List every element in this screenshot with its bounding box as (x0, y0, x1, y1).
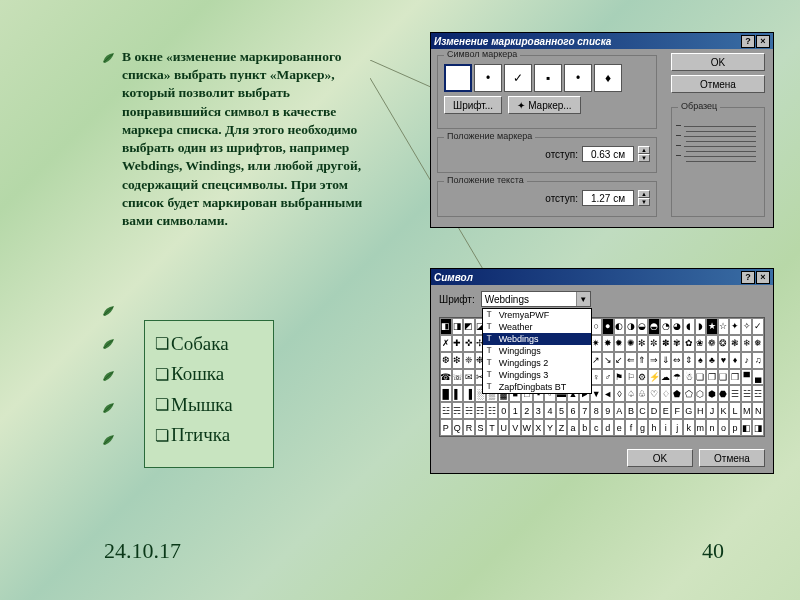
symbol-cell[interactable]: D (648, 402, 660, 419)
marker-option[interactable]: • (564, 64, 592, 92)
help-icon[interactable]: ? (741, 271, 755, 284)
symbol-cell[interactable]: ❒ (729, 369, 741, 386)
symbol-cell[interactable]: ☁ (660, 369, 672, 386)
symbol-cell[interactable]: ♧ (637, 385, 649, 402)
symbol-cell[interactable]: ✓ (752, 318, 764, 335)
marker-option[interactable]: ▪ (534, 64, 562, 92)
symbol-cell[interactable]: ⚑ (614, 369, 626, 386)
symbol-cell[interactable]: g (637, 419, 649, 436)
symbol-cell[interactable]: ⬣ (718, 385, 730, 402)
symbol-cell[interactable]: Q (452, 419, 464, 436)
symbol-cell[interactable]: 9 (602, 402, 614, 419)
symbol-cell[interactable]: ☰ (729, 385, 741, 402)
symbol-cell[interactable]: ❀ (695, 335, 707, 352)
marker-option[interactable]: ♦ (594, 64, 622, 92)
symbol-cell[interactable]: P (440, 419, 452, 436)
ok-button[interactable]: OK (627, 449, 693, 467)
symbol-cell[interactable]: ✿ (683, 335, 695, 352)
symbol-cell[interactable]: ▌ (452, 385, 464, 402)
symbol-cell[interactable]: ✹ (614, 335, 626, 352)
spinner-down-icon[interactable]: ▼ (638, 198, 650, 206)
symbol-cell[interactable]: ◑ (625, 318, 637, 335)
symbol-cell[interactable]: ⬡ (695, 385, 707, 402)
symbol-cell[interactable]: █ (440, 385, 452, 402)
symbol-cell[interactable]: B (625, 402, 637, 419)
symbol-cell[interactable]: a (567, 419, 579, 436)
symbol-cell[interactable]: 8 (590, 402, 602, 419)
symbol-cell[interactable]: ❐ (706, 369, 718, 386)
symbol-cell[interactable]: ♤ (625, 385, 637, 402)
symbol-cell[interactable]: j (671, 419, 683, 436)
chevron-down-icon[interactable]: ▼ (576, 292, 590, 306)
symbol-cell[interactable]: 4 (544, 402, 556, 419)
symbol-cell[interactable]: b (579, 419, 591, 436)
symbol-cell[interactable]: ⬢ (706, 385, 718, 402)
symbol-cell[interactable]: ♀ (590, 369, 602, 386)
cancel-button[interactable]: Отмена (699, 449, 765, 467)
spinner-up-icon[interactable]: ▲ (638, 190, 650, 198)
symbol-cell[interactable]: L (729, 402, 741, 419)
symbol-cell[interactable]: ✜ (463, 335, 475, 352)
symbol-cell[interactable]: ♦ (729, 352, 741, 369)
symbol-cell[interactable]: ✽ (660, 335, 672, 352)
symbol-cell[interactable]: ♢ (660, 385, 672, 402)
symbol-cell[interactable]: ↗ (590, 352, 602, 369)
symbol-cell[interactable]: ☏ (452, 369, 464, 386)
symbol-cell[interactable]: E (660, 402, 672, 419)
symbol-cell[interactable]: ❇ (452, 352, 464, 369)
symbol-cell[interactable]: ♂ (602, 369, 614, 386)
symbol-cell[interactable]: K (718, 402, 730, 419)
symbol-cell[interactable]: ❄ (741, 335, 753, 352)
symbol-cell[interactable]: 7 (579, 402, 591, 419)
symbol-cell[interactable]: ☵ (463, 402, 475, 419)
symbol-cell[interactable]: ❈ (463, 352, 475, 369)
symbol-cell[interactable]: ◗ (695, 318, 707, 335)
symbol-cell[interactable]: ✗ (440, 335, 452, 352)
symbol-cell[interactable]: ◨ (452, 318, 464, 335)
dialog-titlebar[interactable]: Изменение маркированного списка ? × (431, 33, 773, 49)
help-icon[interactable]: ? (741, 35, 755, 48)
symbol-cell[interactable]: V (509, 419, 521, 436)
symbol-cell[interactable]: ↙ (614, 352, 626, 369)
symbol-cell[interactable]: 0 (498, 402, 510, 419)
marker-button[interactable]: ✦Маркер... (508, 96, 581, 114)
symbol-cell[interactable]: ◧ (440, 318, 452, 335)
symbol-cell[interactable]: c (590, 419, 602, 436)
symbol-cell[interactable]: 2 (521, 402, 533, 419)
symbol-cell[interactable]: ⇓ (660, 352, 672, 369)
marker-option[interactable] (444, 64, 472, 92)
symbol-cell[interactable]: ◩ (463, 318, 475, 335)
symbol-cell[interactable]: ☂ (671, 369, 683, 386)
symbol-cell[interactable]: A (614, 402, 626, 419)
symbol-cell[interactable]: ☲ (752, 385, 764, 402)
symbol-cell[interactable]: ❑ (718, 369, 730, 386)
symbol-cell[interactable]: ◧ (741, 419, 753, 436)
symbol-cell[interactable]: ✸ (602, 335, 614, 352)
symbol-cell[interactable]: f (625, 419, 637, 436)
symbol-cell[interactable]: ❆ (440, 352, 452, 369)
symbol-cell[interactable]: ♫ (752, 352, 764, 369)
marker-indent-input[interactable]: 0.63 см (582, 146, 634, 162)
symbol-cell[interactable]: ❂ (718, 335, 730, 352)
symbol-cell[interactable]: ♪ (741, 352, 753, 369)
symbol-cell[interactable]: ⚡ (648, 369, 660, 386)
symbol-cell[interactable]: Y (544, 419, 556, 436)
symbol-cell[interactable]: T (486, 419, 498, 436)
font-dropdown[interactable]: Webdings ▼ ᎢVremyaPWF ᎢWeather ᎢWebdings… (481, 291, 591, 307)
symbol-cell[interactable]: i (660, 419, 672, 436)
symbol-cell[interactable]: ⇐ (625, 352, 637, 369)
symbol-cell[interactable]: m (695, 419, 707, 436)
symbol-cell[interactable]: Z (556, 419, 568, 436)
symbol-cell[interactable]: ⚙ (637, 369, 649, 386)
symbol-cell[interactable]: ♣ (706, 352, 718, 369)
symbol-cell[interactable]: ● (602, 318, 614, 335)
symbol-cell[interactable]: 1 (509, 402, 521, 419)
symbol-cell[interactable]: ⬟ (671, 385, 683, 402)
symbol-cell[interactable]: ⬠ (683, 385, 695, 402)
symbol-cell[interactable]: J (706, 402, 718, 419)
spinner-down-icon[interactable]: ▼ (638, 154, 650, 162)
symbol-cell[interactable]: ◐ (614, 318, 626, 335)
spinner-up-icon[interactable]: ▲ (638, 146, 650, 154)
symbol-cell[interactable]: U (498, 419, 510, 436)
ok-button[interactable]: OK (671, 53, 765, 71)
